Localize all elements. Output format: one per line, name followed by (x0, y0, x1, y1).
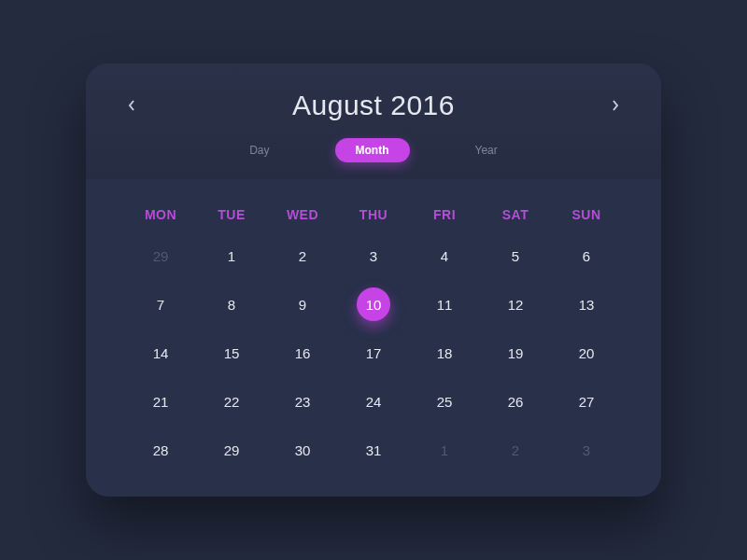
day-cell[interactable]: 6 (551, 241, 622, 271)
day-cell[interactable]: 3 (551, 435, 622, 465)
day-cell[interactable]: 11 (409, 289, 480, 319)
day-cell[interactable]: 2 (480, 435, 551, 465)
day-cell[interactable]: 28 (125, 435, 196, 465)
dayname: MON (125, 207, 196, 222)
day-cell[interactable]: 13 (551, 289, 622, 319)
day-cell[interactable]: 8 (196, 289, 267, 319)
calendar-body: MONTUEWEDTHUFRISATSUN2912345678910111213… (86, 179, 661, 497)
calendar-grid: MONTUEWEDTHUFRISATSUN2912345678910111213… (125, 207, 622, 465)
day-cell[interactable]: 12 (480, 289, 551, 319)
chevron-left-icon (127, 99, 136, 112)
month-year-title: August 2016 (292, 90, 455, 121)
day-cell[interactable]: 1 (196, 241, 267, 271)
day-cell[interactable]: 15 (196, 338, 267, 368)
day-cell[interactable]: 26 (480, 386, 551, 416)
day-cell[interactable]: 27 (551, 386, 622, 416)
day-cell[interactable]: 22 (196, 386, 267, 416)
day-cell[interactable]: 3 (338, 241, 409, 271)
tab-year[interactable]: Year (475, 144, 498, 157)
dayname: WED (267, 207, 338, 222)
dayname: THU (338, 207, 409, 222)
dayname: TUE (196, 207, 267, 222)
day-cell[interactable]: 20 (551, 338, 622, 368)
day-cell[interactable]: 9 (267, 289, 338, 319)
day-cell[interactable]: 4 (409, 241, 480, 271)
tab-day[interactable]: Day (249, 144, 269, 157)
day-cell[interactable]: 7 (125, 289, 196, 319)
day-cell[interactable]: 29 (125, 241, 196, 271)
calendar-header: August 2016 DayMonthYear (86, 63, 661, 179)
dayname: FRI (409, 207, 480, 222)
next-month-button[interactable] (607, 97, 624, 114)
day-cell[interactable]: 25 (409, 386, 480, 416)
day-cell[interactable]: 17 (338, 338, 409, 368)
day-cell[interactable]: 23 (267, 386, 338, 416)
day-cell[interactable]: 29 (196, 435, 267, 465)
tab-month[interactable]: Month (335, 138, 410, 162)
title-row: August 2016 (123, 90, 624, 121)
day-cell[interactable]: 10 (338, 289, 409, 319)
day-cell[interactable]: 2 (267, 241, 338, 271)
day-cell[interactable]: 16 (267, 338, 338, 368)
day-cell[interactable]: 21 (125, 386, 196, 416)
day-cell[interactable]: 24 (338, 386, 409, 416)
day-cell[interactable]: 5 (480, 241, 551, 271)
day-cell[interactable]: 1 (409, 435, 480, 465)
day-cell[interactable]: 14 (125, 338, 196, 368)
day-cell[interactable]: 18 (409, 338, 480, 368)
calendar-card: August 2016 DayMonthYear MONTUEWEDTHUFRI… (86, 63, 661, 497)
dayname: SAT (480, 207, 551, 222)
day-cell[interactable]: 30 (267, 435, 338, 465)
chevron-right-icon (611, 99, 620, 112)
prev-month-button[interactable] (123, 97, 140, 114)
day-cell[interactable]: 19 (480, 338, 551, 368)
day-cell[interactable]: 31 (338, 435, 409, 465)
dayname: SUN (551, 207, 622, 222)
view-tabs: DayMonthYear (123, 138, 624, 162)
